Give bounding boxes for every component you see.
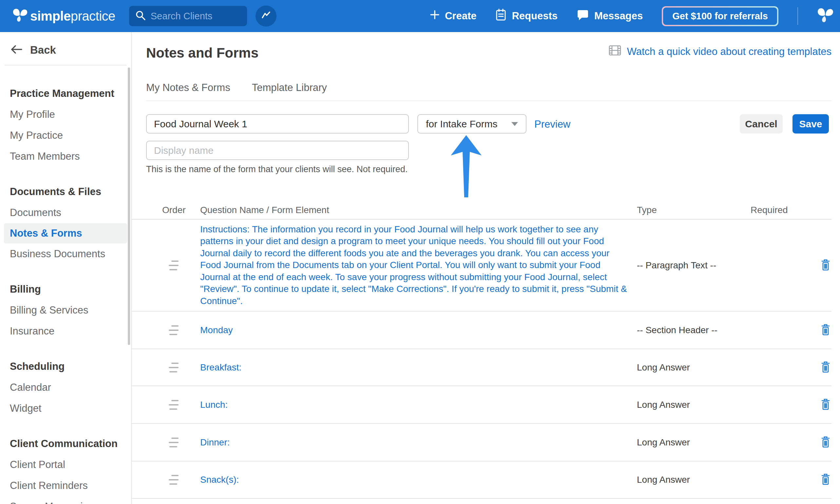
referral-button[interactable]: Get $100 for referrals [662,6,778,26]
back-arrow-icon [10,44,23,56]
question-link[interactable]: Snack(s): [200,474,637,485]
sidebar-item-business-documents[interactable]: Business Documents [0,244,131,265]
delete-row-button[interactable] [820,259,831,272]
search-input[interactable] [151,11,241,22]
drag-handle-icon[interactable] [169,325,178,335]
row-type: -- Paragraph Text -- [637,260,751,271]
section-client-communication: Client Communication [0,433,131,454]
sidebar-item-notes-forms[interactable]: Notes & Forms [4,223,127,244]
settings-sidebar: Back Practice Management My Profile My P… [0,32,132,504]
table-row: Monday -- Section Header -- [132,311,832,349]
delete-row-button[interactable] [820,398,831,411]
sidebar-item-client-portal[interactable]: Client Portal [0,454,131,475]
plus-icon [430,10,440,22]
col-header-type: Type [637,205,751,215]
sidebar-item-team-members[interactable]: Team Members [0,146,131,167]
display-name-input[interactable] [146,141,409,160]
row-type: Long Answer [637,400,751,410]
sidebar-item-documents[interactable]: Documents [0,202,131,223]
speech-bubble-icon [577,8,589,23]
top-navbar: simplepractice [0,0,840,32]
sidebar-item-my-profile[interactable]: My Profile [0,104,131,125]
sidebar-item-secure-messaging[interactable]: Secure Messaging [0,496,131,504]
film-icon [609,45,621,58]
form-name-input[interactable] [146,114,409,133]
table-row: Snack(s): Long Answer [132,462,832,498]
tabs-divider [146,101,832,101]
question-link[interactable]: Lunch: [200,400,637,410]
sidebar-scrollbar[interactable] [128,68,130,345]
navbar-divider [798,7,798,25]
search-icon [135,10,146,22]
trash-icon [820,361,831,374]
table-row: Instructions: The information you record… [132,220,832,311]
section-documents-files: Documents & Files [0,181,131,202]
drag-handle-icon[interactable] [169,400,178,410]
col-header-order: Order [146,205,200,215]
requests-label: Requests [512,10,558,22]
trash-icon [820,398,831,411]
trash-icon [820,324,831,336]
notes-forms-tabs: My Notes & Forms Template Library [146,82,327,94]
row-type: Long Answer [637,474,751,485]
back-button[interactable]: Back [0,32,131,56]
sidebar-item-widget[interactable]: Widget [0,398,131,419]
table-header-row: Order Question Name / Form Element Type … [132,201,832,220]
question-link[interactable]: Monday [200,325,637,336]
main-content: Notes and Forms Watch a quick video abou… [132,32,840,504]
drag-handle-icon[interactable] [169,475,178,485]
delete-row-button[interactable] [820,361,831,374]
annotation-arrow-up [451,135,482,199]
delete-row-button[interactable] [820,436,831,449]
section-practice-management: Practice Management [0,83,131,104]
row-type: Long Answer [637,362,751,373]
table-row: Dinner: Long Answer [132,424,832,462]
sidebar-item-calendar[interactable]: Calendar [0,377,131,398]
row-type: -- Section Header -- [637,325,751,336]
messages-button[interactable]: Messages [577,8,643,23]
butterfly-corner-icon[interactable] [817,7,834,24]
create-button[interactable]: Create [430,10,477,22]
sidebar-item-billing-services[interactable]: Billing & Services [0,300,131,321]
sidebar-item-my-practice[interactable]: My Practice [0,125,131,146]
table-row: Lunch: Long Answer [132,386,832,424]
display-name-helper: This is the name of the form that your c… [146,164,408,175]
question-link[interactable]: Instructions: The information you record… [200,223,637,307]
watch-video-label: Watch a quick video about creating templ… [627,46,832,58]
row-type: Long Answer [637,437,751,448]
trend-line-icon [260,10,272,22]
form-type-value: for Intake Forms [426,119,511,130]
col-header-question: Question Name / Form Element [200,205,637,215]
sidebar-item-client-reminders[interactable]: Client Reminders [0,475,131,496]
logo-text: simplepractice [30,9,115,23]
question-link[interactable]: Dinner: [200,437,637,448]
butterfly-logo-icon [13,8,28,24]
requests-button[interactable]: Requests [495,8,558,23]
activity-button[interactable] [256,5,276,26]
preview-link[interactable]: Preview [534,119,570,130]
section-billing: Billing [0,279,131,300]
trash-icon [820,259,831,271]
tab-template-library[interactable]: Template Library [252,82,327,94]
referral-label: Get $100 for referrals [663,7,777,25]
question-link[interactable]: Breakfast: [200,362,637,373]
page-title: Notes and Forms [146,45,258,61]
delete-row-button[interactable] [820,324,831,337]
delete-row-button[interactable] [820,473,831,486]
back-label: Back [30,44,56,56]
sidebar-item-insurance[interactable]: Insurance [0,321,131,342]
cancel-button[interactable]: Cancel [740,114,783,133]
simplepractice-logo[interactable]: simplepractice [13,8,115,24]
form-type-select[interactable]: for Intake Forms [417,114,527,133]
create-label: Create [445,10,477,22]
drag-handle-icon[interactable] [169,260,178,270]
tab-my-notes-forms[interactable]: My Notes & Forms [146,82,230,94]
form-elements-table: Order Question Name / Form Element Type … [132,201,832,498]
trash-icon [820,473,831,486]
chevron-down-icon [511,122,518,126]
save-button[interactable]: Save [792,114,829,133]
watch-video-link[interactable]: Watch a quick video about creating templ… [609,45,832,58]
drag-handle-icon[interactable] [169,437,178,447]
client-search [129,6,247,26]
drag-handle-icon[interactable] [169,363,178,373]
